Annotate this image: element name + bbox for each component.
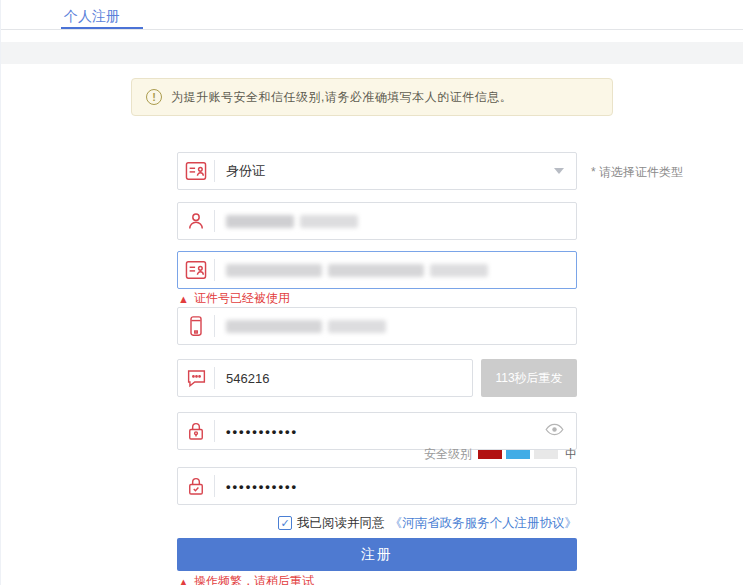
agreement-checkbox[interactable]: ✓ [278,516,292,530]
lock-check-icon [178,476,214,497]
lock-icon [178,421,214,442]
id-type-value: 身份证 [226,162,554,180]
field-separator [214,315,215,337]
mobile-icon [178,315,214,337]
id-card-icon [178,260,214,280]
password-strength-meter: 安全级别 中 [177,447,577,461]
field-separator [214,160,215,182]
field-separator [214,210,215,232]
agreement-text: 我已阅读并同意 [297,515,385,532]
id-type-select[interactable]: 身份证 [177,152,577,190]
resend-code-button[interactable]: 113秒后重发 [481,359,577,397]
exclamation-circle-icon: ! [146,89,162,105]
alert-text: 为提升账号安全和信任级别,请务必准确填写本人的证件信息。 [171,89,512,106]
id-number-error: ▲ 证件号已经被使用 [178,290,290,307]
personal-registration-page: 个人注册 ! 为提升账号安全和信任级别,请务必准确填写本人的证件信息。 身份证 … [0,0,743,585]
chevron-down-icon[interactable] [554,168,564,174]
id-number-input[interactable] [177,251,577,289]
password-masked-value: ••••••••••• [226,424,545,439]
register-button[interactable]: 注册 [177,538,577,571]
header-divider [1,29,743,30]
id-type-required-note: * 请选择证件类型 [591,164,683,181]
id-number-error-text: 证件号已经被使用 [194,290,290,307]
sms-code-value: 546216 [226,371,472,386]
confirm-password-masked-value: ••••••••••• [226,479,576,494]
strength-label: 安全级别 [424,446,472,463]
field-separator [214,367,215,389]
confirm-password-input[interactable]: ••••••••••• [177,467,577,505]
global-error: ▲ 操作频繁，请稍后重试 [178,573,314,585]
sms-code-input[interactable]: 546216 [177,359,473,397]
warning-triangle-icon: ▲ [178,293,189,305]
agreement-row: ✓ 我已阅读并同意 《河南省政务服务个人注册协议》 [177,514,577,532]
global-error-text: 操作频繁，请稍后重试 [194,573,314,585]
strength-bar-medium [506,450,530,459]
info-alert: ! 为提升账号安全和信任级别,请务必准确填写本人的证件信息。 [131,78,613,116]
phone-input[interactable] [177,307,577,345]
message-icon [178,368,214,388]
password-input[interactable]: ••••••••••• [177,412,577,450]
redacted-value [226,320,576,333]
agreement-link[interactable]: 《河南省政务服务个人注册协议》 [390,515,578,532]
name-input[interactable] [177,202,577,240]
strength-level-text: 中 [565,446,577,463]
redacted-value [226,215,576,228]
strength-bar-weak [478,450,502,459]
tab-personal-register[interactable]: 个人注册 [64,8,120,26]
strength-bar-strong [534,450,558,459]
field-separator [214,420,215,442]
person-icon [178,211,214,231]
id-card-icon [178,161,214,181]
field-separator [214,259,215,281]
field-separator [214,475,215,497]
eye-icon[interactable] [545,422,564,440]
warning-triangle-icon: ▲ [178,576,189,585]
redacted-value [226,264,576,277]
section-band [1,42,743,64]
